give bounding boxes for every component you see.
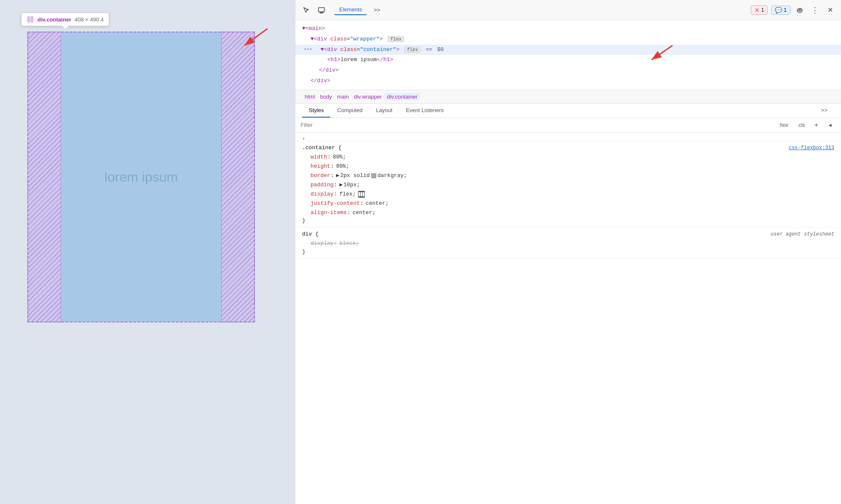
css-prop-width[interactable]: width: 80%;: [311, 153, 834, 162]
lorem-ipsum-text: lorem ipsum: [104, 169, 178, 185]
tab-elements[interactable]: Elements: [334, 5, 367, 15]
padding-expand-arrow[interactable]: ▶: [339, 180, 343, 190]
red-arrow-preview: [238, 24, 272, 51]
device-toggle-button[interactable]: [316, 4, 327, 16]
devtools-main-tabs: Elements >>: [334, 5, 385, 15]
breadcrumb-wrapper[interactable]: div.wrapper: [351, 93, 384, 101]
style-tabs: Styles Computed Layout Event Listeners >…: [295, 104, 841, 118]
container-flex-badge: flex: [404, 47, 420, 53]
dom-line-wrapper[interactable]: ▼<div class="wrapper"> flex: [295, 34, 841, 45]
css-prop-display[interactable]: display: flex;: [311, 190, 834, 199]
css-prop-justify-content[interactable]: justify-content: center;: [311, 199, 834, 208]
wrapper-flex-badge: flex: [388, 36, 404, 42]
devtools-header: Elements >> ✕ 1 💬 1 ⋮ ✕: [295, 0, 841, 20]
filter-actions: :hov .cls + ◄: [775, 121, 836, 130]
css-props-div: display: block;: [302, 239, 834, 248]
tooltip-tag: div.container: [37, 16, 71, 23]
toggle-sidebar-button[interactable]: ◄: [824, 121, 836, 129]
css-rule-div: div { user agent stylesheet display: blo…: [295, 228, 841, 258]
css-prop-display-block[interactable]: display: block;: [311, 239, 834, 248]
dom-line-main[interactable]: ▼<main>: [295, 24, 841, 34]
css-rules-panel: , .container { css-flexbox:313 width: 80…: [295, 133, 841, 504]
devtools-panel: Elements >> ✕ 1 💬 1 ⋮ ✕: [295, 0, 841, 504]
css-prop-border[interactable]: border: ▶ 2px solid darkgray;: [311, 171, 834, 180]
browser-preview: div.container 408 × 490.4 lorem ipsum: [0, 0, 295, 504]
tab-more[interactable]: >>: [369, 5, 385, 15]
more-options-button[interactable]: ⋮: [809, 4, 821, 16]
css-props-container: width: 80%; height: 80%; border: ▶ 2px s…: [302, 153, 834, 218]
darkgray-swatch[interactable]: [371, 173, 376, 178]
settings-button[interactable]: [794, 4, 806, 16]
css-source-div[interactable]: user agent stylesheet: [771, 231, 834, 237]
css-prop-align-items[interactable]: align-items: center;: [311, 208, 834, 217]
filter-input[interactable]: [300, 122, 772, 128]
breadcrumb-main[interactable]: main: [335, 93, 351, 101]
dom-tree: ▼<main> ▼<div class="wrapper"> flex ••• …: [295, 20, 841, 90]
dom-line-h1[interactable]: <h1>lorem ipsum</h1>: [295, 55, 841, 65]
flex-icon[interactable]: [358, 191, 365, 198]
svg-line-3: [244, 29, 268, 46]
border-expand-arrow[interactable]: ▶: [336, 171, 340, 180]
css-selector-line-div: div { user agent stylesheet: [302, 231, 834, 237]
css-close-brace-container: }: [302, 217, 834, 224]
css-prop-padding[interactable]: padding: ▶ 10px;: [311, 180, 834, 190]
preview-container: lorem ipsum: [27, 32, 255, 322]
close-devtools-button[interactable]: ✕: [824, 4, 836, 16]
tab-layout[interactable]: Layout: [369, 104, 399, 118]
dom-line-close-container[interactable]: </div>: [295, 65, 841, 76]
element-tooltip: div.container 408 × 490.4: [21, 13, 109, 26]
inspect-element-button[interactable]: [300, 4, 312, 16]
css-selector-line-container: .container { css-flexbox:313: [302, 145, 834, 151]
element-icon: [27, 16, 34, 23]
svg-rect-5: [320, 12, 323, 13]
css-prop-height[interactable]: height: 80%;: [311, 162, 834, 171]
tab-styles[interactable]: Styles: [302, 104, 330, 118]
filter-bar: :hov .cls + ◄: [295, 118, 841, 133]
svg-rect-1: [31, 16, 33, 22]
tab-more-styles[interactable]: >>: [814, 104, 834, 118]
console-count: 1: [784, 7, 787, 13]
preview-content-area: lorem ipsum: [61, 32, 221, 322]
svg-rect-11: [363, 192, 364, 196]
svg-rect-10: [361, 192, 362, 196]
css-rule-container: .container { css-flexbox:313 width: 80%;…: [295, 141, 841, 228]
svg-rect-4: [319, 8, 324, 12]
breadcrumb: html body main div.wrapper div.container: [295, 90, 841, 104]
tab-event-listeners[interactable]: Event Listeners: [399, 104, 450, 118]
breadcrumb-container[interactable]: div.container: [384, 93, 420, 101]
dom-line-close-wrapper[interactable]: </div>: [295, 76, 841, 86]
breadcrumb-body[interactable]: body: [318, 93, 335, 101]
error-badge[interactable]: ✕ 1: [751, 5, 768, 15]
tooltip-arrow: [62, 26, 69, 29]
padding-left-visual: [27, 32, 61, 322]
tab-computed[interactable]: Computed: [330, 104, 369, 118]
console-badge[interactable]: 💬 1: [771, 5, 790, 15]
add-rule-button[interactable]: +: [811, 121, 822, 130]
hov-filter-button[interactable]: :hov: [775, 121, 792, 129]
breadcrumb-html[interactable]: html: [302, 93, 318, 101]
css-source-container[interactable]: css-flexbox:313: [789, 145, 834, 151]
css-comma-separator: ,: [295, 133, 841, 141]
svg-rect-0: [27, 16, 30, 22]
cls-filter-button[interactable]: .cls: [794, 121, 809, 129]
svg-rect-9: [359, 192, 360, 196]
css-selector-div[interactable]: div {: [302, 231, 319, 237]
dom-line-container[interactable]: ••• ▼<div class="container"> flex == $0: [295, 45, 841, 55]
css-selector-container[interactable]: .container {: [302, 145, 342, 151]
padding-right-visual: [221, 32, 255, 322]
css-close-brace-div: }: [302, 249, 834, 255]
error-count: 1: [761, 7, 764, 13]
tooltip-size: 408 × 490.4: [75, 16, 104, 23]
